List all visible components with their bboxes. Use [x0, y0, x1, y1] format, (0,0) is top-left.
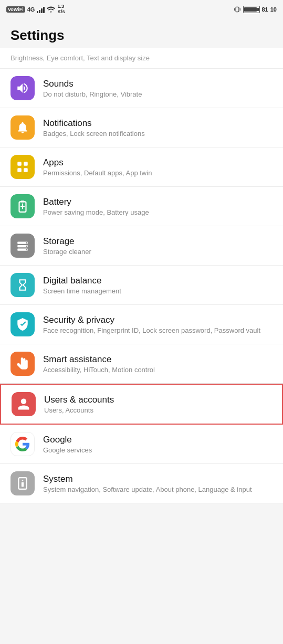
sound-icon: [16, 81, 29, 95]
battery-tip: [257, 8, 259, 11]
page-title: Settings: [0, 19, 283, 48]
system-text: System System navigation, Software updat…: [43, 474, 272, 493]
digital-balance-subtitle: Screen time management: [43, 287, 272, 295]
google-title: Google: [43, 435, 272, 445]
vowifi-badge: VoWiFi: [6, 6, 25, 13]
settings-item-battery[interactable]: Battery Power saving mode, Battery usage: [0, 187, 283, 226]
settings-item-sounds[interactable]: Sounds Do not disturb, Ringtone, Vibrate: [0, 69, 283, 108]
svg-rect-6: [24, 168, 28, 172]
svg-rect-8: [21, 200, 25, 202]
settings-item-system[interactable]: System System navigation, Software updat…: [0, 464, 283, 503]
network-speed: 1.3K/s: [57, 4, 65, 15]
settings-list: Sounds Do not disturb, Ringtone, Vibrate…: [0, 69, 283, 503]
users-accounts-title: Users & accounts: [44, 395, 271, 405]
bar1: [37, 11, 38, 13]
battery-icon: [16, 199, 29, 213]
security-privacy-subtitle: Face recognition, Fingerprint ID, Lock s…: [43, 326, 272, 334]
bar4: [43, 7, 45, 13]
smart-assistance-subtitle: Accessibility, HiTouch, Motion control: [43, 366, 272, 374]
vibrate-icon: [234, 6, 241, 13]
status-left: VoWiFi 4G 1.3K/s: [6, 4, 65, 15]
svg-rect-5: [17, 168, 22, 172]
system-subtitle: System navigation, Software update, Abou…: [43, 485, 272, 493]
svg-rect-4: [24, 162, 28, 166]
network-type: 4G: [27, 6, 35, 13]
info-icon: [16, 477, 29, 490]
storage-subtitle: Storage cleaner: [43, 248, 272, 256]
svg-point-12: [26, 242, 27, 244]
smart-assistance-text: Smart assistance Accessibility, HiTouch,…: [43, 354, 272, 374]
battery-icon-wrapper: [11, 194, 35, 218]
notifications-icon-wrapper: [11, 115, 35, 140]
notifications-subtitle: Badges, Lock screen notifications: [43, 130, 272, 138]
smart-assistance-icon-wrapper: [11, 352, 35, 376]
digital-balance-text: Digital balance Screen time management: [43, 276, 272, 295]
sounds-subtitle: Do not disturb, Ringtone, Vibrate: [43, 90, 272, 98]
settings-item-smart-assistance[interactable]: Smart assistance Accessibility, HiTouch,…: [0, 344, 283, 384]
signal-bars: [37, 6, 45, 13]
sounds-icon-wrapper: [11, 76, 35, 100]
settings-item-storage[interactable]: Storage Storage cleaner: [0, 226, 283, 266]
shield-icon: [16, 318, 29, 331]
battery-title: Battery: [43, 197, 272, 207]
apps-text: Apps Permissions, Default apps, App twin: [43, 157, 272, 177]
digital-balance-title: Digital balance: [43, 276, 272, 286]
users-accounts-text: Users & accounts Users, Accounts: [44, 395, 271, 414]
google-icon-wrapper: [11, 432, 35, 456]
storage-title: Storage: [43, 236, 272, 247]
digital-balance-icon-wrapper: [11, 273, 35, 297]
hand-icon: [16, 357, 29, 371]
battery-percent: 81: [262, 6, 268, 13]
google-icon: [15, 437, 30, 451]
settings-item-users-accounts[interactable]: Users & accounts Users, Accounts: [0, 384, 283, 425]
settings-item-notifications[interactable]: Notifications Badges, Lock screen notifi…: [0, 108, 283, 147]
google-text: Google Google services: [43, 435, 272, 454]
bar2: [39, 10, 40, 13]
notifications-title: Notifications: [43, 118, 272, 129]
battery-fill: [244, 7, 257, 12]
apps-icon: [16, 160, 29, 174]
battery-subtitle: Power saving mode, Battery usage: [43, 208, 272, 216]
sounds-title: Sounds: [43, 79, 272, 89]
truncated-display-item: Brightness, Eye comfort, Text and displa…: [0, 48, 283, 69]
apps-icon-wrapper: [11, 155, 35, 179]
storage-icon: [16, 239, 29, 252]
status-bar: VoWiFi 4G 1.3K/s 81 10: [0, 0, 283, 19]
bell-icon: [16, 121, 29, 134]
notifications-text: Notifications Badges, Lock screen notifi…: [43, 118, 272, 138]
svg-rect-0: [236, 7, 239, 12]
person-icon: [17, 397, 30, 411]
signal-strength: 10: [270, 6, 277, 13]
battery-text: Battery Power saving mode, Battery usage: [43, 197, 272, 216]
svg-point-16: [22, 480, 24, 481]
security-icon-wrapper: [11, 312, 35, 336]
battery-status-icon: [243, 6, 260, 13]
settings-item-security-privacy[interactable]: Security & privacy Face recognition, Fin…: [0, 305, 283, 344]
settings-item-google[interactable]: Google Google services: [0, 425, 283, 464]
svg-rect-3: [17, 162, 22, 166]
apps-title: Apps: [43, 157, 272, 168]
system-icon-wrapper: [11, 471, 35, 495]
security-privacy-title: Security & privacy: [43, 315, 272, 325]
status-right: 81 10: [234, 6, 277, 13]
google-subtitle: Google services: [43, 446, 272, 454]
storage-text: Storage Storage cleaner: [43, 236, 272, 256]
users-accounts-icon-wrapper: [12, 392, 36, 416]
wifi-icon: [47, 6, 55, 13]
svg-point-14: [26, 249, 27, 250]
apps-subtitle: Permissions, Default apps, App twin: [43, 169, 272, 177]
svg-rect-2: [239, 8, 240, 11]
system-title: System: [43, 474, 272, 484]
smart-assistance-title: Smart assistance: [43, 354, 272, 365]
svg-rect-17: [22, 482, 24, 487]
users-accounts-subtitle: Users, Accounts: [44, 406, 271, 414]
settings-item-apps[interactable]: Apps Permissions, Default apps, App twin: [0, 147, 283, 187]
bar3: [41, 8, 43, 13]
hourglass-icon: [16, 278, 29, 292]
svg-rect-1: [234, 8, 235, 11]
security-privacy-text: Security & privacy Face recognition, Fin…: [43, 315, 272, 334]
storage-icon-wrapper: [11, 234, 35, 258]
sounds-text: Sounds Do not disturb, Ringtone, Vibrate: [43, 79, 272, 98]
settings-item-digital-balance[interactable]: Digital balance Screen time management: [0, 266, 283, 305]
svg-point-13: [26, 246, 27, 247]
